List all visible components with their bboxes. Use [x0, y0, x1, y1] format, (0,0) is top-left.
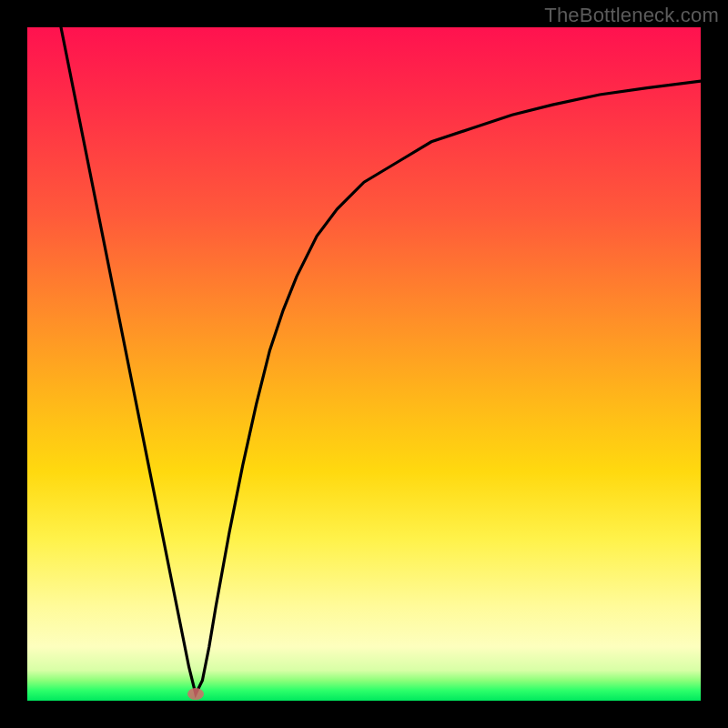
watermark-label: TheBottleneck.com — [544, 4, 719, 27]
curve-layer — [27, 27, 701, 701]
optimal-marker — [187, 688, 204, 700]
bottleneck-curve — [61, 27, 701, 694]
chart-frame: TheBottleneck.com — [0, 0, 728, 728]
